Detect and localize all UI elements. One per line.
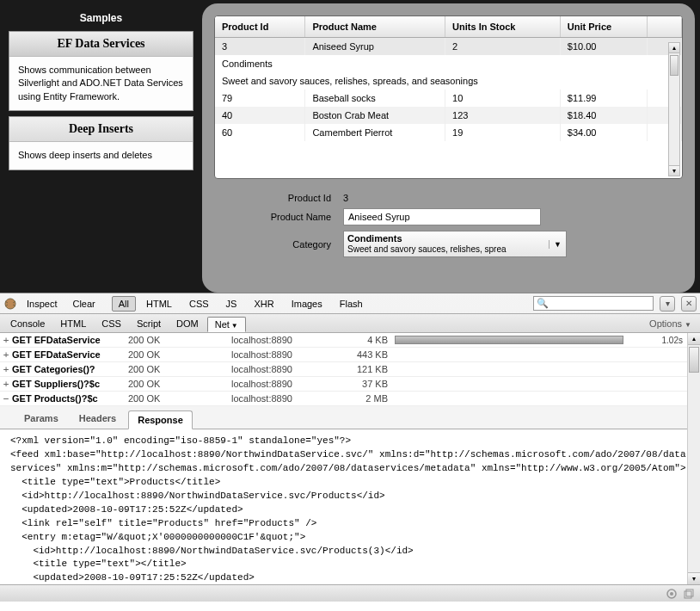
tab-html[interactable]: HTML: [53, 317, 93, 330]
net-row[interactable]: +GET Categories()?200 OKlocalhost:889012…: [0, 362, 700, 377]
tab-css[interactable]: CSS: [95, 317, 128, 330]
filter-js-button[interactable]: JS: [219, 296, 244, 312]
tab-dom[interactable]: DOM: [169, 317, 206, 330]
firebug-panel: Inspect Clear All HTML CSS JS XHR Images…: [0, 293, 700, 602]
datagrid[interactable]: Product Id Product Name Units In Stock U…: [214, 15, 683, 179]
col-unit-price[interactable]: Unit Price: [560, 16, 647, 38]
expand-icon[interactable]: +: [0, 349, 12, 361]
options-button[interactable]: Options ▼: [649, 318, 697, 329]
tab-headers[interactable]: Headers: [71, 410, 125, 429]
sidebar-item-deep[interactable]: Deep Inserts Shows deep inserts and dele…: [9, 116, 193, 170]
scroll-up-icon[interactable]: ▴: [669, 43, 679, 53]
label-product-id: Product Id: [231, 193, 343, 203]
value-product-id: 3: [343, 193, 348, 203]
detail-form: Product Id 3 Product Name Category Condi…: [214, 179, 683, 271]
clear-button[interactable]: Clear: [66, 297, 101, 311]
search-icon: 🔍: [537, 298, 549, 309]
net-panel: +GET EFDataService200 OKlocalhost:88904 …: [0, 333, 700, 584]
response-body[interactable]: <?xml version="1.0" encoding="iso-8859-1…: [0, 429, 700, 584]
timeline-bar: [395, 335, 643, 345]
close-button[interactable]: ✕: [681, 296, 697, 312]
chevron-down-icon[interactable]: ▼: [549, 240, 562, 249]
grid-header-row: Product Id Product Name Units In Stock U…: [215, 16, 682, 38]
request-name: GET EFDataService: [12, 349, 128, 360]
cell-id: 60: [215, 124, 305, 141]
sidebar-item-title: EF Data Services: [9, 32, 193, 57]
cell-price: $34.00: [560, 124, 647, 141]
expand-icon[interactable]: +: [0, 364, 12, 375]
svg-point-6: [670, 592, 673, 596]
cell-price: $18.40: [560, 107, 647, 124]
group-title: Condiments: [215, 55, 682, 72]
scroll-thumb[interactable]: [689, 347, 699, 373]
grid-scrollbar[interactable]: ▴ ▾: [668, 42, 680, 176]
tab-net-label: Net: [215, 319, 230, 330]
expand-icon[interactable]: +: [0, 335, 12, 346]
cell-stock: 123: [445, 107, 561, 124]
filter-flash-button[interactable]: Flash: [333, 296, 370, 312]
firebug-statusbar: [0, 584, 700, 602]
filter-html-button[interactable]: HTML: [139, 296, 179, 312]
timeline-bar: [395, 349, 643, 360]
gear-icon[interactable]: [666, 588, 678, 600]
minimize-button[interactable]: ▾: [660, 296, 675, 312]
sidebar: Samples EF Data Services Shows communica…: [0, 0, 202, 293]
net-row[interactable]: +GET EFDataService200 OKlocalhost:88904 …: [0, 333, 700, 348]
request-name: GET Products()?$c: [12, 393, 128, 404]
tab-params[interactable]: Params: [15, 410, 67, 429]
popup-icon[interactable]: [683, 588, 695, 600]
net-scrollbar[interactable]: ▴ ▾: [687, 333, 700, 584]
grid-row-selected[interactable]: 3 Aniseed Syrup 2 $10.00: [215, 38, 682, 56]
svg-rect-7: [685, 591, 691, 598]
cell-stock: 19: [445, 124, 561, 141]
search-input[interactable]: 🔍: [533, 296, 654, 311]
sidebar-item-title: Deep Inserts: [9, 117, 193, 142]
sidebar-item-ef[interactable]: EF Data Services Shows communication bet…: [9, 31, 193, 111]
request-name: GET EFDataService: [12, 335, 128, 345]
expand-icon[interactable]: −: [0, 393, 12, 404]
scroll-down-icon[interactable]: ▾: [688, 572, 700, 584]
tab-net[interactable]: Net▼: [207, 317, 246, 332]
scroll-thumb[interactable]: [670, 55, 679, 76]
request-size: 121 KB: [343, 364, 395, 374]
firebug-toolbar: Inspect Clear All HTML CSS JS XHR Images…: [0, 293, 700, 314]
product-name-input[interactable]: [343, 208, 541, 225]
tab-console[interactable]: Console: [3, 317, 52, 330]
col-spacer: [648, 16, 682, 38]
filter-xhr-button[interactable]: XHR: [247, 296, 280, 312]
request-status: 200 OK: [128, 335, 231, 345]
net-row[interactable]: +GET Suppliers()?$c200 OKlocalhost:88903…: [0, 377, 700, 392]
scroll-up-icon[interactable]: ▴: [688, 333, 700, 345]
grid-row[interactable]: 79 Baseball socks 10 $11.99: [215, 89, 682, 107]
tab-response[interactable]: Response: [128, 410, 193, 429]
cell-name: Boston Crab Meat: [305, 107, 445, 124]
col-units-stock[interactable]: Units In Stock: [445, 16, 561, 38]
filter-images-button[interactable]: Images: [285, 296, 329, 312]
cell-stock: 10: [445, 89, 561, 107]
filter-all-button[interactable]: All: [112, 296, 136, 312]
request-size: 37 KB: [343, 379, 395, 389]
cell-id: 3: [215, 38, 305, 56]
net-row[interactable]: −GET Products()?$c200 OKlocalhost:88902 …: [0, 392, 700, 406]
request-host: localhost:8890: [231, 393, 343, 404]
tab-script[interactable]: Script: [130, 317, 168, 330]
net-row[interactable]: +GET EFDataService200 OKlocalhost:889044…: [0, 348, 700, 362]
request-name: GET Suppliers()?$c: [12, 379, 128, 389]
main-panel: Product Id Product Name Units In Stock U…: [202, 3, 695, 293]
request-host: localhost:8890: [231, 364, 343, 374]
inspect-button[interactable]: Inspect: [21, 297, 63, 311]
grid-row[interactable]: 40 Boston Crab Meat 123 $18.40: [215, 107, 682, 124]
chevron-down-icon: ▼: [231, 322, 238, 330]
filter-css-button[interactable]: CSS: [182, 296, 216, 312]
firebug-icon[interactable]: [3, 297, 17, 311]
request-host: localhost:8890: [231, 335, 343, 345]
timeline-bar: [395, 364, 643, 374]
cell-id: 40: [215, 107, 305, 124]
category-select[interactable]: Condiments Sweet and savory sauces, reli…: [343, 231, 567, 257]
expand-icon[interactable]: +: [0, 379, 12, 390]
grid-row[interactable]: 60 Camembert Pierrot 19 $34.00: [215, 124, 682, 141]
col-product-name[interactable]: Product Name: [305, 16, 445, 38]
scroll-down-icon[interactable]: ▾: [669, 165, 679, 176]
col-product-id[interactable]: Product Id: [215, 16, 305, 38]
label-category: Category: [231, 239, 343, 250]
